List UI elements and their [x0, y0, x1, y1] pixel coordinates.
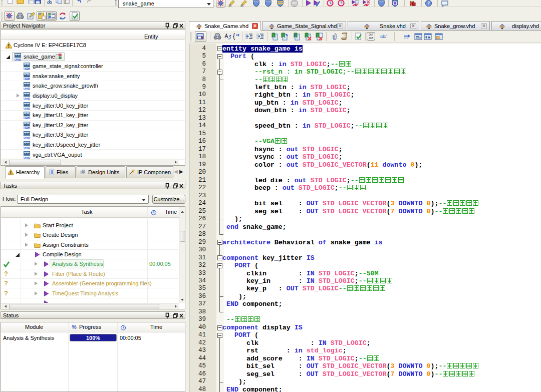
svg-text:267: 267: [369, 33, 374, 36]
svg-text:UHD: UHD: [24, 106, 31, 109]
svg-text:abc: abc: [24, 64, 30, 67]
svg-text:abc: abc: [196, 25, 202, 28]
svg-text:UHD: UHD: [24, 77, 31, 80]
svg-text:abc: abc: [24, 122, 30, 126]
svg-text:abc: abc: [24, 152, 30, 155]
svg-text:abc: abc: [426, 25, 432, 28]
svg-text:UHD: UHD: [24, 96, 31, 99]
svg-text:abc: abc: [499, 25, 505, 28]
svg-text:UHD: UHD: [24, 116, 31, 119]
svg-text:UHD: UHD: [24, 145, 31, 148]
svg-text:UHD: UHD: [24, 87, 31, 90]
svg-text:ab/: ab/: [380, 34, 387, 39]
svg-text:abc: abc: [24, 132, 30, 136]
svg-text:abc: abc: [24, 113, 30, 116]
svg-text:abc: abc: [269, 25, 275, 28]
svg-text:abc: abc: [15, 54, 21, 57]
svg-text:UHD: UHD: [15, 57, 22, 60]
svg-text:abc: abc: [24, 93, 30, 96]
svg-text:UHD: UHD: [24, 126, 31, 129]
svg-text:UHD: UHD: [24, 155, 31, 158]
svg-text:abc: abc: [24, 142, 30, 145]
svg-text:UHD: UHD: [24, 67, 31, 70]
svg-text:?: ?: [427, 1, 430, 6]
svg-text:abc: abc: [24, 103, 30, 106]
svg-text:STOP: STOP: [292, 2, 297, 5]
svg-text:268: 268: [369, 37, 374, 40]
svg-text:abc: abc: [24, 83, 30, 87]
svg-text:abc: abc: [364, 25, 370, 28]
svg-text:abc: abc: [24, 73, 30, 77]
svg-text:UHD: UHD: [24, 136, 31, 139]
